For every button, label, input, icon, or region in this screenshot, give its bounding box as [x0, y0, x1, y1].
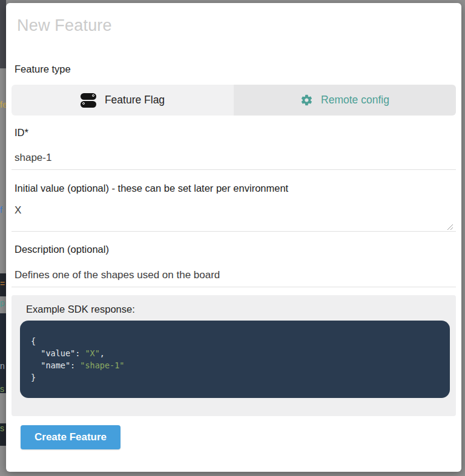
tab-feature-flag-label: Feature Flag [105, 94, 165, 106]
gear-icon [300, 94, 313, 106]
tab-remote-config-label: Remote config [321, 94, 389, 106]
backdrop-text-fragment: n [0, 362, 6, 370]
description-input[interactable] [12, 262, 456, 287]
id-input[interactable] [12, 145, 456, 170]
backdrop-text-fragment: = [0, 279, 6, 288]
new-feature-modal: New Feature Feature type Feature Flag Re… [6, 3, 461, 472]
tab-feature-flag[interactable]: Feature Flag [12, 85, 234, 116]
sdk-code-block: { "value": "X", "name": "shape-1"} [20, 321, 450, 398]
id-label: ID* [12, 127, 456, 139]
feature-type-segmented-control: Feature Flag Remote config [12, 85, 456, 116]
modal-title: New Feature [6, 3, 461, 35]
sdk-response-title: Example SDK response: [20, 304, 450, 315]
backdrop-text-fragment: p [0, 299, 6, 307]
initial-value-label: Initial value (optional) - these can be … [12, 183, 456, 194]
description-label: Description (optional) [12, 244, 456, 255]
backdrop-text-fragment: s [0, 424, 6, 432]
initial-value-textarea[interactable] [12, 195, 456, 232]
backdrop-text-fragment: s [0, 385, 6, 393]
create-feature-button[interactable]: Create Feature [21, 425, 120, 449]
feature-type-label: Feature type [12, 64, 456, 75]
sdk-response-panel: Example SDK response: { "value": "X", "n… [12, 295, 456, 416]
backdrop-text-fragment: f [0, 206, 6, 214]
tab-remote-config[interactable]: Remote config [234, 85, 456, 116]
backdrop-code-block [0, 313, 6, 393]
backdrop-text-fragment: fe [0, 100, 6, 109]
feature-flag-toggles-icon [81, 92, 97, 108]
backdrop-header-block [0, 0, 6, 68]
